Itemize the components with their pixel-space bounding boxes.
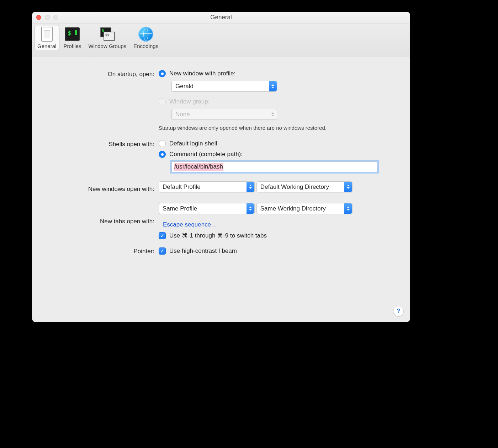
- checkbox-label: Use high-contrast I beam: [169, 247, 237, 255]
- new-windows-profile-popup[interactable]: Default Profile: [159, 181, 255, 192]
- startup-profile-popup[interactable]: Gerald: [171, 81, 277, 92]
- general-icon: [39, 27, 54, 42]
- shells-label: Shells open with:: [51, 140, 159, 148]
- help-button[interactable]: ?: [393, 306, 404, 316]
- popup-value: Gerald: [172, 83, 269, 90]
- tab-label: General: [37, 43, 56, 49]
- prefs-toolbar: General Profiles Window Groups Encodings: [32, 23, 410, 57]
- chevron-updown-icon: [344, 203, 352, 214]
- new-tabs-profile-popup[interactable]: Same Profile: [159, 203, 255, 214]
- new-tabs-dir-popup[interactable]: Same Working Directory: [256, 203, 353, 214]
- escape-sequence-link[interactable]: Escape sequence…: [163, 221, 217, 228]
- checkbox-label: Use ⌘-1 through ⌘-9 to switch tabs: [169, 232, 267, 239]
- window-groups-icon: [100, 27, 115, 42]
- chevron-updown-icon: [344, 182, 352, 192]
- radio-label: Window group:: [169, 98, 210, 105]
- chevron-updown-icon: [247, 182, 254, 192]
- radio-label: Default login shell: [169, 140, 217, 147]
- popup-value: Same Profile: [159, 205, 247, 212]
- popup-value: None: [172, 111, 269, 118]
- shell-command-input[interactable]: /usr/local/bin/bash: [171, 161, 377, 172]
- tab-general[interactable]: General: [34, 25, 59, 50]
- encodings-icon: [138, 27, 153, 42]
- radio-default-login-shell[interactable]: [159, 140, 166, 147]
- chevron-updown-icon: [269, 81, 277, 91]
- tab-label: Profiles: [63, 43, 81, 49]
- input-value: /usr/local/bin/bash: [174, 163, 223, 171]
- popup-value: Same Working Directory: [257, 205, 344, 212]
- tab-encodings[interactable]: Encodings: [130, 25, 161, 50]
- radio-window-group[interactable]: [159, 98, 166, 105]
- popup-value: Default Profile: [159, 183, 247, 191]
- new-windows-label: New windows open with:: [51, 185, 159, 193]
- startup-note: Startup windows are only opened when the…: [159, 125, 391, 131]
- chevron-updown-icon: [269, 109, 277, 119]
- radio-new-window-with-profile[interactable]: [159, 70, 166, 77]
- new-windows-dir-popup[interactable]: Default Working Directory: [256, 181, 353, 192]
- titlebar: General: [32, 12, 410, 23]
- profiles-icon: [65, 27, 80, 42]
- radio-command-path[interactable]: [159, 151, 166, 158]
- new-tabs-label: New tabs open with:: [51, 217, 159, 225]
- checkbox-cmd-switch-tabs[interactable]: ✓: [159, 232, 166, 239]
- tab-profiles[interactable]: Profiles: [60, 25, 84, 50]
- help-icon: ?: [397, 308, 400, 315]
- popup-value: Default Working Directory: [257, 183, 344, 191]
- tab-label: Window Groups: [88, 43, 126, 49]
- checkbox-high-contrast-ibeam[interactable]: ✓: [159, 247, 166, 255]
- general-pane: On startup, open: New window with profil…: [32, 57, 410, 266]
- tab-label: Encodings: [133, 43, 158, 49]
- startup-label: On startup, open:: [51, 70, 159, 78]
- startup-window-group-popup: None: [171, 109, 277, 120]
- preferences-window: General General Profiles Window Groups E…: [32, 12, 410, 322]
- chevron-updown-icon: [247, 203, 254, 214]
- tab-window-groups[interactable]: Window Groups: [85, 25, 129, 50]
- radio-label: New window with profile:: [169, 70, 235, 77]
- radio-label: Command (complete path):: [169, 151, 243, 158]
- window-title: General: [32, 14, 410, 21]
- pointer-label: Pointer:: [51, 247, 159, 255]
